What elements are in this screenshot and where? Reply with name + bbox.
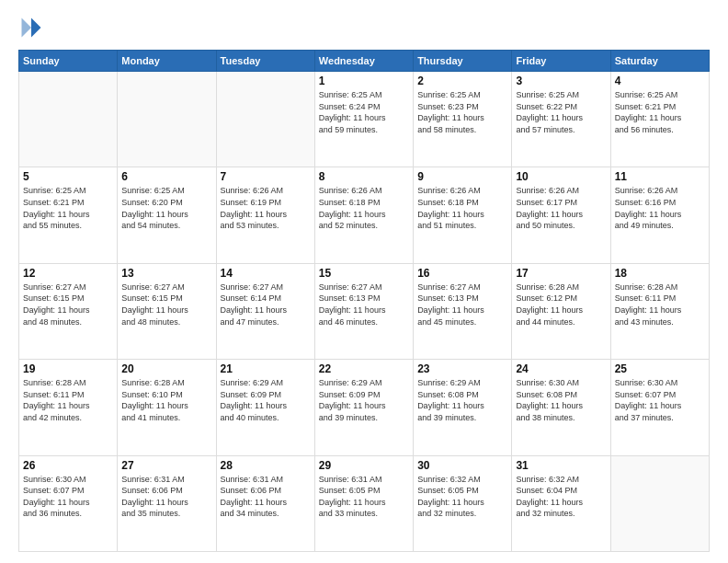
calendar-cell: 1Sunrise: 6:25 AM Sunset: 6:24 PM Daylig… [314, 72, 413, 167]
day-number: 15 [319, 267, 409, 280]
calendar-week-3: 19Sunrise: 6:28 AM Sunset: 6:11 PM Dayli… [19, 360, 710, 455]
day-info: Sunrise: 6:25 AM Sunset: 6:22 PM Dayligh… [516, 89, 606, 135]
calendar-week-2: 12Sunrise: 6:27 AM Sunset: 6:15 PM Dayli… [19, 263, 710, 359]
day-number: 21 [221, 362, 311, 375]
day-number: 27 [121, 459, 211, 472]
day-info: Sunrise: 6:26 AM Sunset: 6:19 PM Dayligh… [221, 185, 311, 231]
svg-marker-1 [22, 18, 32, 38]
calendar-cell: 2Sunrise: 6:25 AM Sunset: 6:23 PM Daylig… [414, 72, 512, 167]
calendar-cell [19, 72, 118, 167]
calendar-cell: 26Sunrise: 6:30 AM Sunset: 6:07 PM Dayli… [19, 455, 118, 551]
day-number: 20 [121, 362, 211, 375]
logo-icon [18, 15, 44, 40]
calendar-week-0: 1Sunrise: 6:25 AM Sunset: 6:24 PM Daylig… [19, 72, 710, 167]
calendar-week-1: 5Sunrise: 6:25 AM Sunset: 6:21 PM Daylig… [19, 167, 710, 263]
day-info: Sunrise: 6:26 AM Sunset: 6:16 PM Dayligh… [615, 185, 705, 231]
day-number: 16 [417, 267, 507, 280]
day-number: 7 [221, 170, 311, 183]
calendar-cell: 4Sunrise: 6:25 AM Sunset: 6:21 PM Daylig… [610, 72, 709, 167]
day-number: 11 [615, 170, 705, 183]
day-info: Sunrise: 6:30 AM Sunset: 6:07 PM Dayligh… [615, 377, 705, 423]
calendar-cell: 27Sunrise: 6:31 AM Sunset: 6:06 PM Dayli… [118, 455, 216, 551]
day-info: Sunrise: 6:25 AM Sunset: 6:20 PM Dayligh… [121, 185, 211, 231]
day-info: Sunrise: 6:29 AM Sunset: 6:09 PM Dayligh… [221, 377, 311, 423]
day-info: Sunrise: 6:28 AM Sunset: 6:11 PM Dayligh… [615, 282, 705, 327]
day-number: 1 [319, 75, 409, 87]
day-number: 29 [319, 459, 409, 472]
day-info: Sunrise: 6:25 AM Sunset: 6:21 PM Dayligh… [615, 89, 705, 135]
day-info: Sunrise: 6:25 AM Sunset: 6:21 PM Dayligh… [23, 185, 113, 231]
calendar-cell: 23Sunrise: 6:29 AM Sunset: 6:08 PM Dayli… [414, 360, 512, 455]
day-info: Sunrise: 6:32 AM Sunset: 6:04 PM Dayligh… [516, 474, 606, 520]
day-number: 25 [615, 362, 705, 375]
day-number: 6 [121, 170, 211, 183]
day-number: 10 [516, 170, 606, 183]
day-info: Sunrise: 6:27 AM Sunset: 6:15 PM Dayligh… [121, 282, 211, 327]
calendar-dow-friday: Friday [512, 51, 610, 72]
day-info: Sunrise: 6:28 AM Sunset: 6:12 PM Dayligh… [516, 282, 606, 327]
calendar-dow-tuesday: Tuesday [216, 51, 314, 72]
day-info: Sunrise: 6:28 AM Sunset: 6:10 PM Dayligh… [121, 377, 211, 423]
calendar-cell: 28Sunrise: 6:31 AM Sunset: 6:06 PM Dayli… [216, 455, 314, 551]
day-info: Sunrise: 6:31 AM Sunset: 6:06 PM Dayligh… [121, 474, 211, 520]
calendar-cell [216, 72, 314, 167]
calendar-cell: 18Sunrise: 6:28 AM Sunset: 6:11 PM Dayli… [610, 263, 709, 359]
day-info: Sunrise: 6:32 AM Sunset: 6:05 PM Dayligh… [417, 474, 507, 520]
day-info: Sunrise: 6:26 AM Sunset: 6:18 PM Dayligh… [319, 185, 409, 231]
day-number: 5 [23, 170, 113, 183]
calendar-cell: 14Sunrise: 6:27 AM Sunset: 6:14 PM Dayli… [216, 263, 314, 359]
day-number: 22 [319, 362, 409, 375]
calendar-cell: 16Sunrise: 6:27 AM Sunset: 6:13 PM Dayli… [414, 263, 512, 359]
day-number: 17 [516, 267, 606, 280]
calendar-dow-sunday: Sunday [19, 51, 118, 72]
calendar-cell: 10Sunrise: 6:26 AM Sunset: 6:17 PM Dayli… [512, 167, 610, 263]
calendar-cell: 30Sunrise: 6:32 AM Sunset: 6:05 PM Dayli… [414, 455, 512, 551]
day-number: 8 [319, 170, 409, 183]
day-info: Sunrise: 6:29 AM Sunset: 6:09 PM Dayligh… [319, 377, 409, 423]
calendar-cell: 11Sunrise: 6:26 AM Sunset: 6:16 PM Dayli… [610, 167, 709, 263]
day-info: Sunrise: 6:29 AM Sunset: 6:08 PM Dayligh… [417, 377, 507, 423]
calendar-cell: 19Sunrise: 6:28 AM Sunset: 6:11 PM Dayli… [19, 360, 118, 455]
calendar-cell: 21Sunrise: 6:29 AM Sunset: 6:09 PM Dayli… [216, 360, 314, 455]
calendar-cell: 5Sunrise: 6:25 AM Sunset: 6:21 PM Daylig… [19, 167, 118, 263]
calendar-dow-monday: Monday [118, 51, 216, 72]
day-info: Sunrise: 6:31 AM Sunset: 6:05 PM Dayligh… [319, 474, 409, 520]
day-number: 24 [516, 362, 606, 375]
calendar-cell: 25Sunrise: 6:30 AM Sunset: 6:07 PM Dayli… [610, 360, 709, 455]
calendar-cell: 8Sunrise: 6:26 AM Sunset: 6:18 PM Daylig… [314, 167, 413, 263]
calendar-dow-wednesday: Wednesday [314, 51, 413, 72]
calendar-cell: 24Sunrise: 6:30 AM Sunset: 6:08 PM Dayli… [512, 360, 610, 455]
calendar-cell [118, 72, 216, 167]
day-number: 30 [417, 459, 507, 472]
calendar-cell: 15Sunrise: 6:27 AM Sunset: 6:13 PM Dayli… [314, 263, 413, 359]
day-number: 14 [221, 267, 311, 280]
day-number: 9 [417, 170, 507, 183]
day-number: 4 [615, 75, 705, 87]
day-info: Sunrise: 6:27 AM Sunset: 6:13 PM Dayligh… [417, 282, 507, 327]
day-info: Sunrise: 6:27 AM Sunset: 6:15 PM Dayligh… [23, 282, 113, 327]
day-number: 12 [23, 267, 113, 280]
page: SundayMondayTuesdayWednesdayThursdayFrid… [0, 0, 728, 563]
day-number: 31 [516, 459, 606, 472]
calendar-table: SundayMondayTuesdayWednesdayThursdayFrid… [18, 50, 710, 552]
calendar-cell: 12Sunrise: 6:27 AM Sunset: 6:15 PM Dayli… [19, 263, 118, 359]
calendar-cell: 3Sunrise: 6:25 AM Sunset: 6:22 PM Daylig… [512, 72, 610, 167]
day-number: 2 [417, 75, 507, 87]
day-info: Sunrise: 6:28 AM Sunset: 6:11 PM Dayligh… [23, 377, 113, 423]
header [18, 15, 710, 40]
day-info: Sunrise: 6:26 AM Sunset: 6:18 PM Dayligh… [417, 185, 507, 231]
calendar-cell: 6Sunrise: 6:25 AM Sunset: 6:20 PM Daylig… [118, 167, 216, 263]
calendar-dow-thursday: Thursday [414, 51, 512, 72]
day-info: Sunrise: 6:27 AM Sunset: 6:14 PM Dayligh… [221, 282, 311, 327]
day-number: 28 [221, 459, 311, 472]
calendar-cell: 31Sunrise: 6:32 AM Sunset: 6:04 PM Dayli… [512, 455, 610, 551]
calendar-dow-saturday: Saturday [610, 51, 709, 72]
calendar-cell: 20Sunrise: 6:28 AM Sunset: 6:10 PM Dayli… [118, 360, 216, 455]
svg-marker-0 [31, 18, 41, 38]
day-number: 23 [417, 362, 507, 375]
day-info: Sunrise: 6:25 AM Sunset: 6:24 PM Dayligh… [319, 89, 409, 135]
day-number: 18 [615, 267, 705, 280]
day-info: Sunrise: 6:30 AM Sunset: 6:07 PM Dayligh… [23, 474, 113, 520]
day-number: 13 [121, 267, 211, 280]
calendar-week-4: 26Sunrise: 6:30 AM Sunset: 6:07 PM Dayli… [19, 455, 710, 551]
